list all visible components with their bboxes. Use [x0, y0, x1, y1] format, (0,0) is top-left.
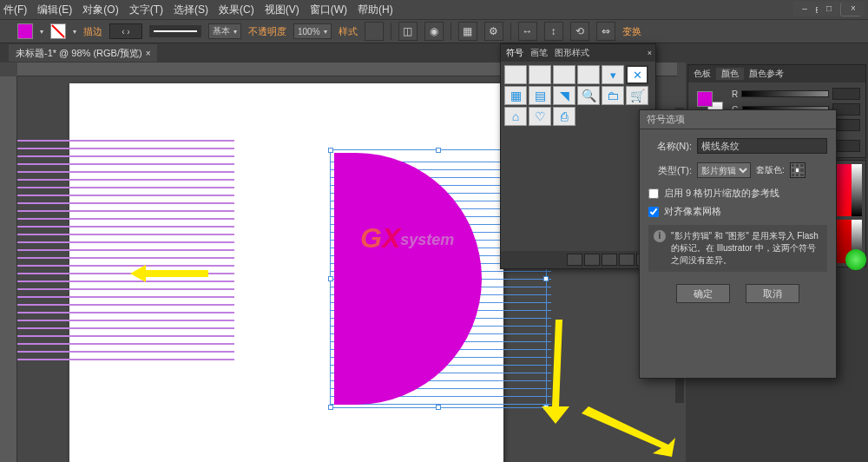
pref-icon[interactable]: ⚙: [484, 22, 503, 41]
tab-color-guide[interactable]: 颜色参考: [744, 68, 789, 80]
menu-file[interactable]: 件(F): [3, 3, 27, 17]
dialog-title: 符号选项: [640, 110, 836, 129]
symbol-cart-icon[interactable]: 🛒: [626, 86, 648, 105]
symbol-foot-btn[interactable]: [584, 254, 600, 266]
doc-setup-icon[interactable]: ▦: [458, 22, 477, 41]
menu-object[interactable]: 对象(O): [82, 3, 118, 17]
symbol-foot-btn[interactable]: [602, 254, 617, 266]
symbol-item[interactable]: [577, 65, 600, 84]
enable-9slice-checkbox[interactable]: [648, 188, 659, 199]
name-label: 名称(N):: [648, 140, 692, 153]
window-maximize[interactable]: □: [818, 2, 840, 16]
annotation-arrow-right: [582, 406, 677, 459]
handle-mid-right[interactable]: [543, 276, 549, 281]
symbol-grid: ▾ ✕ ▦ ▤ ◥ 🔍 🗀 🛒 ⌂ ♡ ⎙: [501, 62, 655, 129]
symbol-film-icon[interactable]: ▤: [529, 86, 551, 105]
style-picker[interactable]: [365, 22, 384, 41]
tab-graphic-styles[interactable]: 图形样式: [555, 47, 589, 59]
registration-label: 套版色:: [756, 164, 785, 176]
menu-view[interactable]: 视图(V): [265, 3, 299, 17]
cancel-button[interactable]: 取消: [746, 284, 799, 303]
r-slider[interactable]: [741, 90, 829, 97]
r-value[interactable]: [832, 88, 860, 100]
transform-icon-1[interactable]: ↔: [518, 22, 537, 41]
align-icon[interactable]: ◫: [398, 22, 418, 41]
stroke-swatch-none[interactable]: [50, 23, 66, 39]
handle-bottom-mid[interactable]: [436, 405, 441, 410]
svg-marker-2: [582, 406, 675, 457]
menu-select[interactable]: 选择(S): [174, 3, 208, 17]
tab-symbols[interactable]: 符号: [506, 47, 523, 59]
tab-label: 未标题-1* @ 98% (RGB/预览): [16, 47, 142, 60]
symbol-heart-icon[interactable]: ♡: [529, 107, 551, 126]
ok-button[interactable]: 确定: [676, 284, 730, 303]
stroke-profile[interactable]: [149, 25, 201, 37]
menu-edit[interactable]: 编辑(E): [37, 3, 72, 17]
panel-close-icon[interactable]: ×: [648, 49, 655, 57]
ruler-vertical[interactable]: [0, 76, 17, 462]
align-pixel-label: 对齐像素网格: [664, 205, 721, 218]
symbol-foot-btn[interactable]: [567, 254, 582, 266]
symbol-rss-icon[interactable]: ◥: [553, 86, 575, 105]
stroke-label: 描边: [83, 25, 102, 38]
handle-bottom-left[interactable]: [328, 405, 333, 410]
symbol-item-close[interactable]: ✕: [626, 65, 648, 84]
symbol-options-dialog: 符号选项 名称(N): 类型(T): 影片剪辑 套版色: 启用 9 格切片缩放的…: [639, 109, 837, 379]
handle-mid-left[interactable]: [328, 276, 333, 281]
stroke-weight-input[interactable]: ‹ ›: [109, 23, 142, 39]
symbol-print-icon[interactable]: ⎙: [553, 107, 575, 126]
menu-window[interactable]: 窗口(W): [310, 3, 347, 17]
tab-brushes[interactable]: 画笔: [530, 47, 548, 59]
symbol-item[interactable]: [553, 65, 575, 84]
tab-color[interactable]: 颜色: [716, 68, 744, 80]
symbol-item[interactable]: [529, 65, 551, 84]
symbol-home-icon[interactable]: ⌂: [504, 107, 527, 126]
enable-9slice-label: 启用 9 格切片缩放的参考线: [664, 187, 779, 200]
document-tab[interactable]: 未标题-1* @ 98% (RGB/预览) ×: [9, 44, 157, 62]
transform-icon-4[interactable]: ⇔: [596, 22, 615, 41]
menu-effect[interactable]: 效果(C): [219, 3, 254, 17]
opacity-dropdown[interactable]: 100%: [293, 23, 332, 39]
handle-top-mid[interactable]: [436, 148, 441, 153]
stripe-pattern-left: [17, 140, 234, 366]
symbol-item[interactable]: [504, 65, 527, 84]
window-minimize[interactable]: –: [793, 2, 816, 16]
symbols-panel: 符号 画笔 图形样式 × ▾ ✕ ▦ ▤ ◥ 🔍 🗀 🛒 ⌂ ♡ ⎙: [500, 43, 656, 269]
symbol-calendar-icon[interactable]: ▦: [504, 86, 527, 105]
tab-close-icon[interactable]: ×: [146, 49, 151, 58]
document-tab-bar: 未标题-1* @ 98% (RGB/预览) ×: [0, 43, 868, 63]
symbol-folder-icon[interactable]: 🗀: [602, 86, 624, 105]
stroke-style-dropdown[interactable]: 基本: [208, 23, 241, 39]
symbol-search-icon[interactable]: 🔍: [577, 86, 600, 105]
recolor-icon[interactable]: ◉: [424, 22, 444, 41]
symbol-item[interactable]: ▾: [602, 65, 624, 84]
type-select[interactable]: 影片剪辑: [697, 162, 751, 178]
options-bar: ▾ ▾ 描边 ‹ › 基本 不透明度 100% 样式 ◫ ◉ ▦ ⚙ ↔ ↕ ⟲…: [0, 19, 868, 43]
transform-label[interactable]: 变换: [622, 25, 641, 38]
window-close[interactable]: ×: [842, 2, 865, 16]
info-icon: i: [654, 230, 666, 242]
fill-swatch[interactable]: [17, 23, 33, 39]
style-label: 样式: [339, 25, 358, 38]
menu-bar: 件(F) 编辑(E) 对象(O) 文字(T) 选择(S) 效果(C) 视图(V)…: [0, 0, 868, 19]
menu-help[interactable]: 帮助(H): [358, 3, 393, 17]
tab-swatches[interactable]: 色板: [688, 68, 716, 80]
info-text: "影片剪辑" 和 "图形" 是用来导入 Flash 的标记。在 Illustra…: [671, 230, 822, 267]
svg-marker-0: [130, 265, 208, 282]
align-pixel-checkbox[interactable]: [648, 207, 659, 217]
annotation-arrow-mid: [538, 320, 573, 424]
transform-icon-3[interactable]: ⟲: [570, 22, 589, 41]
help-badge-icon[interactable]: [845, 249, 866, 270]
registration-grid[interactable]: [790, 162, 806, 178]
name-input[interactable]: [697, 138, 827, 154]
watermark: GXsystem: [360, 222, 454, 254]
transform-icon-2[interactable]: ↕: [544, 22, 563, 41]
annotation-arrow-left: [130, 263, 208, 284]
opacity-label: 不透明度: [248, 25, 286, 38]
svg-marker-1: [542, 320, 569, 424]
type-label: 类型(T):: [648, 164, 692, 177]
menu-text[interactable]: 文字(T): [129, 3, 163, 17]
symbol-new-btn[interactable]: [619, 254, 635, 266]
handle-top-left[interactable]: [328, 148, 333, 153]
